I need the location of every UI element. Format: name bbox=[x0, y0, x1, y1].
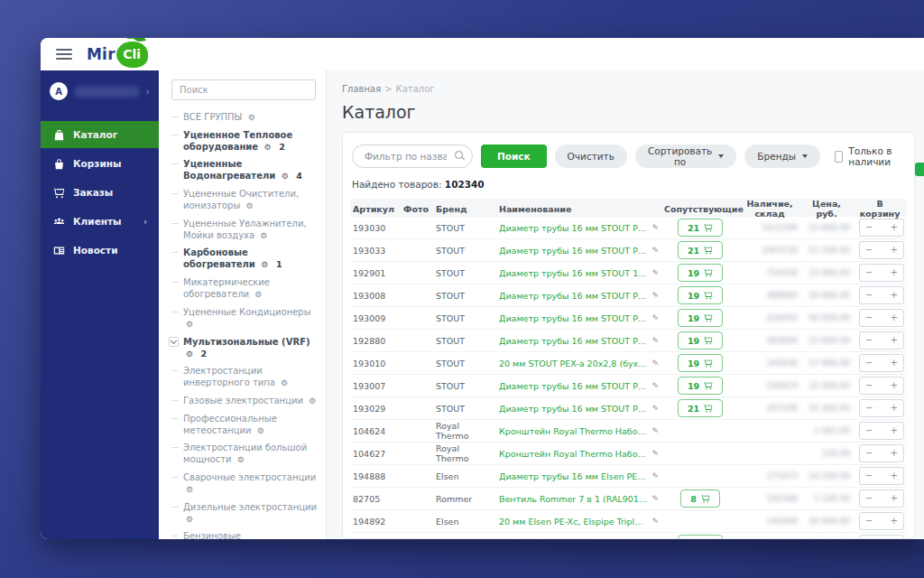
category-tree-item[interactable]: Сварочные электростанции ⚙ bbox=[171, 471, 317, 496]
sidebar-item-basket[interactable]: Корзины › bbox=[41, 150, 159, 177]
hamburger-menu-icon[interactable] bbox=[56, 46, 72, 62]
decrement-button[interactable]: − bbox=[865, 268, 873, 277]
decrement-button[interactable]: − bbox=[865, 404, 873, 413]
sidebar-item-news[interactable]: Новости › bbox=[41, 237, 159, 264]
decrement-button[interactable]: − bbox=[865, 359, 873, 368]
expand-chevron-icon[interactable] bbox=[169, 337, 179, 347]
product-link[interactable]: Диаметр трубы 16 мм STOUT PEX-a 16x2,2 (… bbox=[499, 381, 647, 391]
edit-icon[interactable]: ✎ bbox=[651, 246, 659, 255]
related-products-button[interactable]: 20 bbox=[678, 535, 723, 539]
related-products-button[interactable]: 19 bbox=[678, 309, 723, 327]
category-tree-item[interactable]: Микатермические обогреватели ⚙ bbox=[171, 276, 317, 301]
decrement-button[interactable]: − bbox=[865, 517, 873, 526]
category-tree-item[interactable]: Бензиновые электростанции ⚙ bbox=[171, 530, 317, 539]
edit-icon[interactable]: ✎ bbox=[651, 471, 659, 480]
edit-icon[interactable]: ✎ bbox=[651, 381, 659, 390]
category-tree-item[interactable]: Карбоновые обогреватели ⚙ 1 bbox=[171, 247, 317, 271]
sidebar-item-bag[interactable]: Каталог › bbox=[41, 121, 159, 148]
clear-button[interactable]: Очистить bbox=[555, 144, 627, 168]
edit-icon[interactable]: ✎ bbox=[651, 313, 659, 322]
decrement-button[interactable]: − bbox=[865, 449, 873, 458]
decrement-button[interactable]: − bbox=[865, 336, 873, 345]
edit-icon[interactable]: ✎ bbox=[651, 449, 659, 458]
gear-icon[interactable]: ⚙ bbox=[186, 515, 193, 524]
search-button[interactable]: Поиск bbox=[481, 144, 547, 168]
edit-icon[interactable]: ✎ bbox=[651, 494, 659, 503]
increment-button[interactable]: + bbox=[891, 268, 898, 277]
edit-icon[interactable]: ✎ bbox=[651, 268, 659, 277]
in-stock-filter[interactable]: Только в наличии bbox=[835, 145, 907, 167]
category-tree-item[interactable]: Электростанции большой мощности ⚙ bbox=[171, 442, 317, 466]
gear-icon[interactable]: ⚙ bbox=[186, 350, 193, 359]
gear-icon[interactable]: ⚙ bbox=[186, 485, 193, 494]
product-link[interactable]: Диаметр трубы 16 мм STOUT PEX-a 16x2,2 (… bbox=[499, 313, 647, 323]
increment-button[interactable]: + bbox=[891, 471, 898, 480]
product-link[interactable]: 20 мм Elsen PE-Xc, Elspipe Triplex, 20x2… bbox=[499, 517, 647, 527]
edit-icon[interactable]: ✎ bbox=[651, 517, 659, 526]
related-products-button[interactable]: 19 bbox=[678, 354, 723, 372]
related-products-button[interactable]: 19 bbox=[678, 377, 723, 395]
gear-icon[interactable]: ⚙ bbox=[264, 143, 272, 152]
product-link[interactable]: Вентиль Rommer 7 в 1 (RAL9016) 1/2 (F011… bbox=[499, 494, 647, 504]
sidebar-item-people[interactable]: Клиенты › bbox=[41, 208, 159, 235]
category-tree-item[interactable]: ВСЕ ГРУППЫ ⚙ bbox=[171, 111, 317, 124]
increment-button[interactable]: + bbox=[891, 494, 898, 503]
related-products-button[interactable]: 19 bbox=[678, 264, 723, 282]
increment-button[interactable]: + bbox=[891, 313, 898, 322]
edit-icon[interactable]: ✎ bbox=[651, 291, 659, 300]
user-account-row[interactable]: A › bbox=[41, 70, 159, 112]
category-tree-item[interactable]: Профессиональные метеостанции ⚙ bbox=[171, 413, 317, 437]
gear-icon[interactable]: ⚙ bbox=[237, 455, 245, 464]
product-link[interactable]: Диаметр трубы 16 мм STOUT 16x2,0 (бухта … bbox=[499, 268, 647, 278]
category-tree-item[interactable]: Электростанции инверторного типа ⚙ bbox=[171, 365, 317, 389]
edit-icon[interactable]: ✎ bbox=[651, 223, 659, 232]
decrement-button[interactable]: − bbox=[865, 494, 873, 503]
gear-icon[interactable]: ⚙ bbox=[254, 290, 262, 299]
category-tree-item[interactable]: Уцененные Увлажнители, Мойки воздуха ⚙ bbox=[171, 218, 317, 242]
product-link[interactable]: Кронштейн Royal Thermo Набор присоединит… bbox=[499, 449, 647, 459]
decrement-button[interactable]: − bbox=[865, 291, 873, 300]
product-link[interactable]: 20 мм STOUT PEX-a 20x2,0 (бухта 500 метр… bbox=[499, 539, 647, 540]
related-products-button[interactable]: 8 bbox=[680, 489, 720, 508]
category-tree-item[interactable]: Дизельные электростанции ⚙ bbox=[171, 501, 317, 526]
related-products-button[interactable]: 21 bbox=[678, 399, 723, 417]
gear-icon[interactable]: ⚙ bbox=[260, 231, 267, 240]
category-tree-item[interactable]: Уцененные Кондиционеры ⚙ bbox=[171, 306, 317, 331]
related-products-button[interactable]: 21 bbox=[678, 219, 723, 237]
category-tree-item[interactable]: Уцененное Тепловое оборудование ⚙ 2 bbox=[171, 129, 317, 154]
gear-icon[interactable]: ⚙ bbox=[186, 320, 193, 329]
related-products-button[interactable]: 19 bbox=[678, 331, 723, 350]
app-logo[interactable]: Mir Cli bbox=[87, 42, 148, 68]
product-link[interactable]: Диаметр трубы 16 мм STOUT PEX-a 16x2,0 (… bbox=[499, 404, 647, 414]
edit-icon[interactable]: ✎ bbox=[651, 336, 659, 345]
increment-button[interactable]: + bbox=[891, 381, 898, 390]
category-tree-item[interactable]: Газовые электростанции ⚙ bbox=[171, 395, 317, 407]
increment-button[interactable]: + bbox=[891, 223, 898, 232]
increment-button[interactable]: + bbox=[891, 291, 898, 300]
in-stock-checkbox[interactable] bbox=[835, 151, 843, 163]
product-link[interactable]: Диаметр трубы 16 мм Elsen PE-Xc, Elspipe… bbox=[499, 471, 647, 481]
increment-button[interactable]: + bbox=[891, 449, 898, 458]
product-link[interactable]: Диаметр трубы 16 мм STOUT PE-Xc/Al/PE-Xc… bbox=[499, 336, 647, 346]
product-link[interactable]: Диаметр трубы 16 мм STOUT PEX-a 16x2,0 (… bbox=[499, 246, 647, 256]
gear-icon[interactable]: ⚙ bbox=[281, 378, 288, 387]
gear-icon[interactable]: ⚙ bbox=[282, 172, 289, 181]
increment-button[interactable]: + bbox=[891, 517, 898, 526]
gear-icon[interactable]: ⚙ bbox=[257, 426, 264, 435]
increment-button[interactable]: + bbox=[891, 404, 898, 413]
category-tree-item[interactable]: Мультизональные (VRF) ⚙ 2 bbox=[171, 336, 317, 360]
category-search-input[interactable] bbox=[171, 79, 316, 100]
gear-icon[interactable]: ⚙ bbox=[248, 113, 255, 122]
gear-icon[interactable]: ⚙ bbox=[261, 260, 268, 269]
gear-icon[interactable]: ⚙ bbox=[309, 396, 316, 406]
increment-button[interactable]: + bbox=[891, 359, 898, 368]
product-link[interactable]: Диаметр трубы 16 мм STOUT PEX-a 16x2,2 (… bbox=[499, 291, 647, 301]
product-link[interactable]: 20 мм STOUT PEX-a 20x2,8 (бухта 100 метр… bbox=[499, 359, 647, 368]
decrement-button[interactable]: − bbox=[865, 426, 873, 435]
edit-icon[interactable]: ✎ bbox=[651, 404, 659, 413]
decrement-button[interactable]: − bbox=[865, 313, 873, 322]
decrement-button[interactable]: − bbox=[865, 381, 873, 390]
related-products-button[interactable]: 21 bbox=[678, 241, 723, 259]
edge-cutoff-button[interactable] bbox=[915, 163, 924, 176]
decrement-button[interactable]: − bbox=[865, 223, 873, 232]
